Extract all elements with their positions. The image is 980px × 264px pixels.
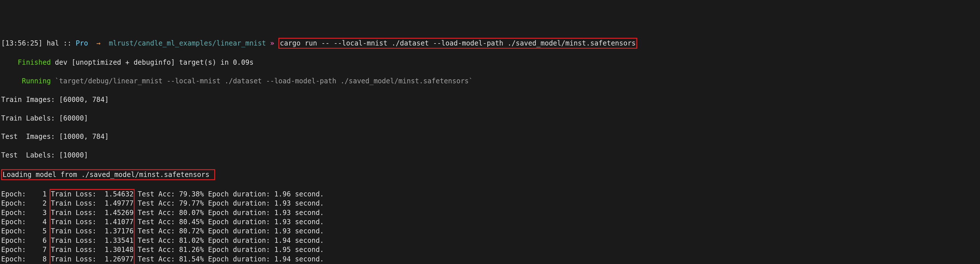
epoch-label: Epoch: [1,236,26,245]
epoch-label: Epoch: [1,217,26,226]
train-loss-cell: Train Loss: 1.54632 [51,189,134,199]
epoch-number: 1 [26,189,47,199]
epoch-label: Epoch: [1,199,26,208]
build-finished-line: Finished dev [unoptimized + debuginfo] t… [1,58,979,67]
epoch-table: Epoch:1 Train Loss: 1.54632 Test Acc: 79… [1,189,979,264]
prompt-symbol: » [270,39,274,47]
shape-train-labels: Train Labels: [60000] [1,114,979,123]
prompt-line[interactable]: [13:56:25] hal :: Pro → mlrust/candle_ml… [1,38,979,49]
epoch-number: 3 [26,208,47,217]
command-text: cargo run -- --local-mnist ./dataset --l… [280,39,636,47]
train-loss-cell: Train Loss: 1.30148 [51,245,134,254]
epoch-number: 2 [26,199,47,208]
epoch-metrics: Test Acc: 80.72% Epoch duration: 1.93 se… [138,226,324,235]
loading-line: Loading model from ./saved_model/minst.s… [1,169,979,180]
epoch-row: Epoch:4 Train Loss: 1.41077 Test Acc: 80… [1,217,979,226]
train-loss-cell: Train Loss: 1.33541 [51,236,134,245]
epoch-number: 8 [26,254,47,264]
epoch-label: Epoch: [1,245,26,254]
epoch-row: Epoch:6 Train Loss: 1.33541 Test Acc: 81… [1,236,979,245]
epoch-metrics: Test Acc: 79.38% Epoch duration: 1.96 se… [138,189,324,199]
epoch-number: 6 [26,236,47,245]
prompt-host: Pro [76,39,88,47]
epoch-number: 4 [26,217,47,226]
finished-rest: dev [unoptimized + debuginfo] target(s) … [51,59,253,67]
epoch-metrics: Test Acc: 79.77% Epoch duration: 1.93 se… [138,199,324,208]
prompt-time: [13:56:25] [1,39,43,47]
train-loss-cell: Train Loss: 1.41077 [51,217,134,226]
shape-test-labels: Test Labels: [10000] [1,151,979,160]
epoch-row: Epoch:5 Train Loss: 1.37176 Test Acc: 80… [1,226,979,235]
epoch-row: Epoch:7 Train Loss: 1.30148 Test Acc: 81… [1,245,979,254]
epoch-metrics: Test Acc: 81.54% Epoch duration: 1.94 se… [138,254,324,264]
epoch-number: 7 [26,245,47,254]
epoch-label: Epoch: [1,254,26,264]
finished-label: Finished [18,59,51,67]
epoch-label: Epoch: [1,226,26,235]
epoch-row: Epoch:2 Train Loss: 1.49777 Test Acc: 79… [1,199,979,208]
train-loss-cell: Train Loss: 1.37176 [51,226,134,235]
loading-text: Loading model from ./saved_model/minst.s… [3,171,209,179]
build-running-line: Running `target/debug/linear_mnist --loc… [1,76,979,86]
shape-train-images: Train Images: [60000, 784] [1,95,979,104]
epoch-metrics: Test Acc: 81.02% Epoch duration: 1.94 se… [138,236,324,245]
epoch-label: Epoch: [1,208,26,217]
train-loss-cell: Train Loss: 1.49777 [51,199,134,208]
prompt-sep: :: [63,39,72,47]
shape-test-images: Test Images: [10000, 784] [1,132,979,141]
epoch-row: Epoch:3 Train Loss: 1.45269 Test Acc: 80… [1,208,979,217]
epoch-metrics: Test Acc: 81.26% Epoch duration: 1.95 se… [138,245,324,254]
prompt-arrow-icon: → [96,39,100,47]
prompt-path: mlrust/candle_ml_examples/linear_mnist [109,39,266,47]
running-label: Running [22,77,51,85]
prompt-user: hal [47,39,59,47]
train-loss-cell: Train Loss: 1.26977 [51,254,134,264]
epoch-number: 5 [26,226,47,235]
running-rest: `target/debug/linear_mnist --local-mnist… [51,77,473,85]
epoch-row: Epoch:8 Train Loss: 1.26977 Test Acc: 81… [1,254,979,264]
train-loss-cell: Train Loss: 1.45269 [51,208,134,217]
command-highlight: cargo run -- --local-mnist ./dataset --l… [278,38,637,49]
epoch-metrics: Test Acc: 80.45% Epoch duration: 1.93 se… [138,217,324,226]
epoch-metrics: Test Acc: 80.07% Epoch duration: 1.93 se… [138,208,324,217]
epoch-label: Epoch: [1,189,26,199]
epoch-row: Epoch:1 Train Loss: 1.54632 Test Acc: 79… [1,189,979,199]
loading-highlight: Loading model from ./saved_model/minst.s… [1,169,215,180]
